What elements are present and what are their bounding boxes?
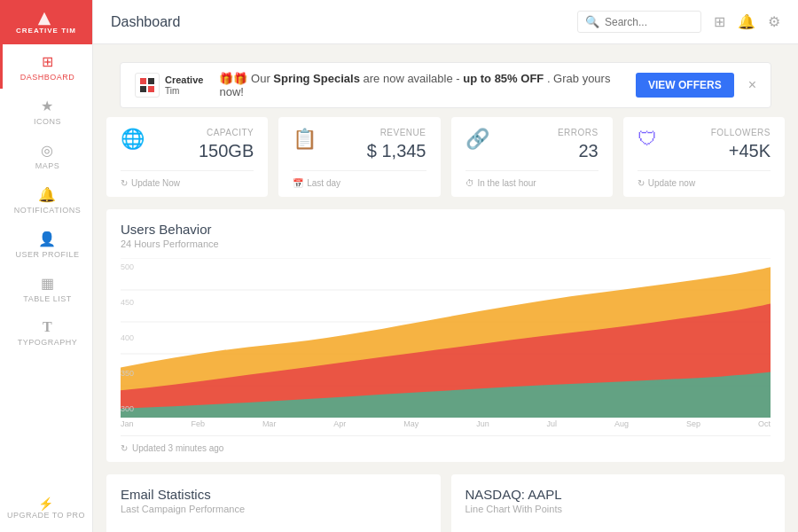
stat-update: ↻ Update now <box>638 170 771 188</box>
notifications-icon: 🔔 <box>38 186 57 203</box>
content-area: Creative Tim 🎁🎁 Our Spring Specials are … <box>93 44 798 532</box>
promo-bar: Creative Tim 🎁🎁 Our Spring Specials are … <box>120 62 771 108</box>
sidebar-logo: CREATIVE TIM <box>0 0 92 44</box>
stat-value: 150GB <box>199 141 254 161</box>
stat-update: 📅 Last day <box>293 170 426 188</box>
followers-icon: 🛡 <box>638 128 657 151</box>
sidebar-upgrade[interactable]: ⚡ Upgrade to Pro <box>7 486 85 532</box>
sidebar-item-maps[interactable]: ◎ Maps <box>0 133 92 177</box>
stat-card-errors: 🔗 Errors 23 ⏱ In the last hour <box>451 117 613 197</box>
main-content: Dashboard 🔍 ⊞ 🔔 ⚙ <box>93 0 798 532</box>
promo-before: Our <box>251 72 270 85</box>
stat-value: +45K <box>711 141 771 161</box>
email-stats-card: Email Statistics Last Campaign Performan… <box>106 474 441 532</box>
sidebar-item-label: Notifications <box>14 206 81 215</box>
stats-row: 🌐 Capacity 150GB ↻ Update Now 📋 Revenue <box>106 117 785 197</box>
update-text: Update Now <box>131 178 180 188</box>
sidebar-item-label: User Profile <box>15 250 79 259</box>
line-chart <box>466 523 771 532</box>
errors-icon: 🔗 <box>466 128 489 151</box>
svg-rect-5 <box>148 86 154 92</box>
gear-icon[interactable]: ⚙ <box>768 13 780 30</box>
grid-icon[interactable]: ⊞ <box>714 13 725 30</box>
table-icon: ▦ <box>41 275 55 292</box>
promo-brand-top: Creative <box>165 74 203 85</box>
chart-subtitle: 24 Hours Performance <box>121 239 771 249</box>
stat-label: Revenue <box>367 128 426 137</box>
clock-icon: ⏱ <box>466 178 474 188</box>
stat-card-header: 🛡 Followers +45K <box>638 128 771 161</box>
stat-update: ↻ Update Now <box>121 170 254 188</box>
stat-card-revenue: 📋 Revenue $ 1,345 📅 Last day <box>278 117 440 197</box>
upgrade-label: Upgrade to Pro <box>7 511 85 521</box>
sidebar-item-notifications[interactable]: 🔔 Notifications <box>0 177 92 222</box>
sidebar-item-typography[interactable]: T Typography <box>0 310 92 354</box>
view-offers-button[interactable]: VIEW OFFERS <box>636 73 734 98</box>
update-text: In the last hour <box>478 178 536 188</box>
chart-footer: ↻ Updated 3 minutes ago <box>121 435 771 453</box>
search-input[interactable] <box>605 16 693 28</box>
bottom-row: Email Statistics Last Campaign Performan… <box>106 474 785 532</box>
upgrade-icon: ⚡ <box>38 497 54 511</box>
sidebar-item-label: Typography <box>18 338 78 347</box>
search-box[interactable]: 🔍 <box>577 11 701 33</box>
page-title: Dashboard <box>111 14 577 30</box>
svg-rect-4 <box>140 86 146 92</box>
brand-name: CREATIVE TIM <box>16 27 76 35</box>
capacity-icon: 🌐 <box>121 128 145 151</box>
area-chart: 300 350 400 450 500 <box>121 258 771 418</box>
stat-card-header: 📋 Revenue $ 1,345 <box>293 128 426 161</box>
sidebar-nav: ⊞ Dashboard ★ Icons ◎ Maps 🔔 Notificatio… <box>0 44 92 486</box>
refresh-icon: ↻ <box>638 178 645 188</box>
chart-title: Users Behavior <box>121 222 771 237</box>
stat-card-followers: 🛡 Followers +45K ↻ Update now <box>623 117 785 197</box>
refresh-icon: ↻ <box>121 443 128 453</box>
stat-label: Errors <box>558 128 598 137</box>
x-axis-labels: JanFebMarAprMay JunJulAugSepOct <box>121 418 771 428</box>
icons-icon: ★ <box>41 98 54 114</box>
sidebar-item-label: Icons <box>34 117 61 126</box>
promo-close-button[interactable]: × <box>748 77 756 93</box>
nasdaq-card: NASDAQ: AAPL Line Chart With Points <box>451 474 786 532</box>
update-text: Update now <box>648 178 695 188</box>
promo-logo-box <box>135 73 160 98</box>
stat-value: $ 1,345 <box>367 141 426 161</box>
promo-highlight: Spring Specials <box>273 72 360 85</box>
nasdaq-title: NASDAQ: AAPL <box>466 487 771 502</box>
bell-icon[interactable]: 🔔 <box>738 13 755 30</box>
revenue-icon: 📋 <box>293 128 317 151</box>
stat-card-header: 🔗 Errors 23 <box>466 128 598 161</box>
footer-text: Updated 3 minutes ago <box>132 443 223 453</box>
dashboard-icon: ⊞ <box>42 53 54 70</box>
stat-card-header: 🌐 Capacity 150GB <box>121 128 254 161</box>
users-behavior-card: Users Behavior 24 Hours Performance <box>106 209 785 462</box>
refresh-icon: ↻ <box>121 178 128 188</box>
sidebar-item-icons[interactable]: ★ Icons <box>0 89 92 133</box>
stat-label: Followers <box>711 128 771 137</box>
maps-icon: ◎ <box>41 142 54 159</box>
sidebar-item-user-profile[interactable]: 👤 User Profile <box>0 222 92 266</box>
sidebar-item-label: Maps <box>35 161 60 170</box>
promo-text: 🎁🎁 Our Spring Specials are now available… <box>219 72 629 98</box>
sidebar-item-table-list[interactable]: ▦ Table List <box>0 266 92 310</box>
sidebar-item-label: Dashboard <box>20 73 75 82</box>
promo-brand-name: Creative Tim <box>165 74 203 95</box>
promo-brand-bottom: Tim <box>165 86 203 96</box>
svg-rect-3 <box>148 78 154 84</box>
pie-chart <box>121 523 426 532</box>
calendar-icon: 📅 <box>293 178 303 188</box>
svg-rect-2 <box>140 78 146 84</box>
sidebar-item-label: Table List <box>23 294 71 303</box>
user-icon: 👤 <box>38 231 57 247</box>
topbar-actions: 🔍 ⊞ 🔔 ⚙ <box>577 11 780 33</box>
sidebar-item-dashboard[interactable]: ⊞ Dashboard <box>0 44 92 89</box>
stat-update: ⏱ In the last hour <box>466 170 598 188</box>
topbar: Dashboard 🔍 ⊞ 🔔 ⚙ <box>93 0 798 44</box>
email-chart-subtitle: Last Campaign Performance <box>121 504 426 514</box>
email-chart-title: Email Statistics <box>121 487 426 502</box>
typography-icon: T <box>43 319 52 335</box>
promo-fire: 🎁🎁 <box>219 72 247 85</box>
sidebar: CREATIVE TIM ⊞ Dashboard ★ Icons ◎ Maps … <box>0 0 93 532</box>
stat-label: Capacity <box>199 128 254 137</box>
svg-marker-0 <box>38 12 51 24</box>
